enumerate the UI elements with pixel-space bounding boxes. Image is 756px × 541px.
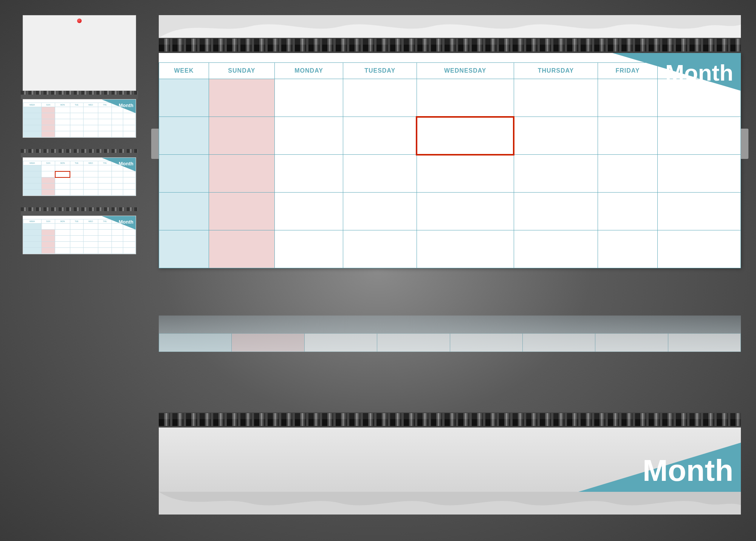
wavy-bottom — [159, 492, 741, 515]
mini-month-label-1: Month — [119, 103, 133, 108]
table-row — [159, 193, 741, 230]
reflection-table — [159, 333, 741, 352]
mini-calendar-2: Month WEEK SUN MON TUE WED THU FRI SAT — [23, 157, 136, 196]
mini-col-mon: MON — [55, 103, 70, 107]
mini-col-mon: MON — [55, 161, 70, 165]
table-row — [159, 117, 741, 155]
desk-month-label: Month — [665, 60, 733, 86]
table-row — [23, 119, 136, 125]
desk-spiral-top — [159, 38, 741, 53]
mini-calendar-header-1: Month — [23, 99, 136, 103]
mini-today-marker — [55, 171, 70, 177]
desk-bottom-body: Month — [159, 428, 741, 492]
mini-calendar-header-2: Month — [23, 158, 136, 161]
mini-col-sun: SUN — [41, 103, 55, 107]
mini-col-tue: TUE — [70, 161, 83, 165]
table-row — [23, 190, 136, 196]
mini-col-tue: TUE — [70, 219, 83, 224]
mini-month-label-2: Month — [119, 161, 133, 166]
spiral-strip-3 — [21, 207, 138, 216]
table-row — [23, 177, 136, 183]
col-wednesday: WEDNESDAY — [417, 63, 514, 79]
table-row — [23, 125, 136, 131]
desk-calendar: Month WEEK SUNDAY MONDAY TUESDAY WEDNESD… — [157, 15, 743, 268]
wavy-top-svg — [159, 15, 741, 38]
table-row — [23, 171, 136, 177]
table-row — [23, 242, 136, 248]
wavy-bottom-svg — [159, 492, 741, 515]
desk-calendar-title-bar: Month — [159, 53, 741, 62]
reflection-area — [159, 316, 741, 352]
desk-calendar-body: Month WEEK SUNDAY MONDAY TUESDAY WEDNESD… — [159, 53, 741, 268]
table-row — [23, 236, 136, 242]
table-row — [159, 334, 741, 352]
col-tuesday: TUESDAY — [343, 63, 417, 79]
desk-bottom-month-label: Month — [643, 453, 733, 488]
mini-calendar-3: Month WEEK SUN MON TUE WED THU FRI SAT — [23, 216, 136, 254]
mini-month-label-3: Month — [119, 219, 133, 225]
table-row — [159, 155, 741, 193]
mini-col-sun: SUN — [41, 161, 55, 165]
desk-side-tab-right — [741, 129, 748, 159]
today-cell — [417, 117, 514, 155]
wall-calendar: Month WEEK SUN MON TUE WED THU FRI SAT — [19, 15, 140, 254]
desk-side-tab-left — [151, 129, 159, 159]
table-row — [23, 131, 136, 137]
mini-col-wed: WED — [83, 161, 98, 165]
table-row — [159, 230, 741, 268]
desk-spiral-bottom — [159, 412, 741, 428]
table-row — [23, 248, 136, 254]
col-thursday: THURSDAY — [514, 63, 598, 79]
mini-col-wed: WED — [83, 219, 98, 224]
mini-col-wed: WED — [83, 103, 98, 107]
mini-col-mon: MON — [55, 219, 70, 224]
desk-bottom-section: Month — [157, 352, 743, 515]
col-monday: MONDAY — [274, 63, 343, 79]
mini-col-week: WEEK — [23, 103, 42, 107]
mini-col-tue: TUE — [70, 103, 83, 107]
mini-calendar-1: Month WEEK SUN MON TUE WED THU FRI SAT — [23, 99, 136, 138]
pin-icon — [77, 19, 82, 23]
spiral-strip-1 — [21, 91, 138, 99]
table-row — [23, 183, 136, 190]
wall-top-page — [23, 15, 136, 91]
table-row — [23, 113, 136, 119]
mini-col-sun: SUN — [41, 219, 55, 224]
wavy-top — [159, 15, 741, 38]
table-row — [23, 230, 136, 236]
mini-col-week: WEEK — [23, 219, 42, 224]
spiral-strip-2 — [21, 149, 138, 157]
desk-calendar-table: WEEK SUNDAY MONDAY TUESDAY WEDNESDAY THU… — [159, 62, 741, 268]
mini-col-week: WEEK — [23, 161, 42, 165]
mini-calendar-header-3: Month — [23, 216, 136, 219]
col-week: WEEK — [159, 63, 209, 79]
col-sunday: SUNDAY — [209, 63, 274, 79]
